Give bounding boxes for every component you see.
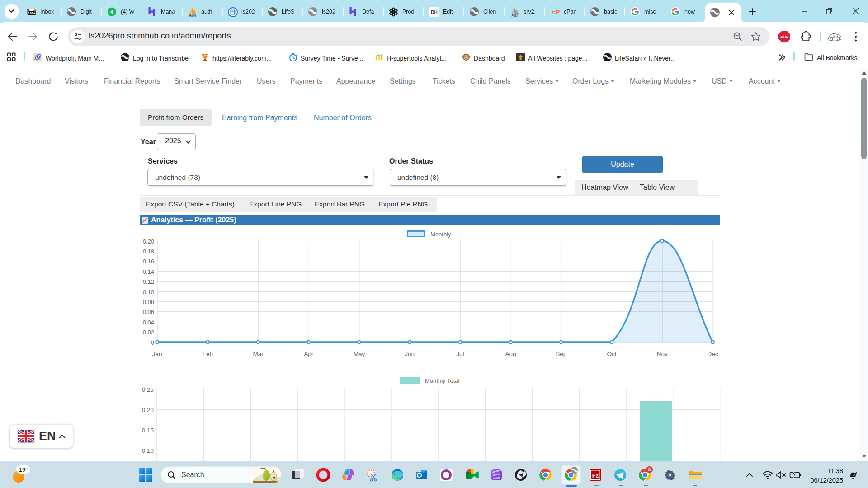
svg-text:Mar: Mar bbox=[253, 351, 264, 357]
svg-text:0.25: 0.25 bbox=[142, 386, 154, 393]
svg-text:0.04: 0.04 bbox=[143, 319, 154, 326]
svg-text:Feb: Feb bbox=[203, 351, 213, 357]
svg-text:DH: DH bbox=[431, 10, 437, 15]
svg-text:Jan: Jan bbox=[152, 351, 162, 357]
svg-text:19°: 19° bbox=[19, 467, 28, 473]
svg-text:0.02: 0.02 bbox=[143, 329, 154, 336]
svg-text:z: z bbox=[854, 473, 855, 476]
svg-text:Apr: Apr bbox=[304, 351, 314, 357]
svg-text:100+: 100+ bbox=[28, 11, 35, 15]
svg-text:cP: cP bbox=[552, 9, 560, 16]
svg-text:0.18: 0.18 bbox=[143, 248, 154, 255]
svg-text:Aug: Aug bbox=[505, 351, 516, 357]
svg-text:May: May bbox=[354, 351, 365, 357]
svg-text:0.20: 0.20 bbox=[142, 407, 154, 413]
svg-text:0.15: 0.15 bbox=[142, 427, 154, 434]
svg-text:Jun: Jun bbox=[405, 351, 415, 357]
svg-text:Oct: Oct bbox=[607, 351, 616, 357]
svg-text:PMA: PMA bbox=[189, 14, 196, 17]
svg-text:0.20: 0.20 bbox=[143, 238, 154, 245]
svg-text:0: 0 bbox=[151, 339, 154, 346]
svg-text:0.10: 0.10 bbox=[143, 289, 154, 296]
svg-text:4: 4 bbox=[110, 9, 113, 14]
svg-text:Fz: Fz bbox=[592, 472, 599, 479]
svg-text:Sep: Sep bbox=[556, 351, 566, 357]
svg-text:0.14: 0.14 bbox=[143, 268, 154, 275]
svg-text:PMA: PMA bbox=[511, 14, 518, 17]
svg-text:0.06: 0.06 bbox=[143, 309, 154, 315]
svg-text:ABP: ABP bbox=[780, 35, 788, 39]
svg-text:0.08: 0.08 bbox=[143, 299, 154, 305]
svg-text:0.12: 0.12 bbox=[143, 278, 154, 285]
svg-text:0.10: 0.10 bbox=[142, 447, 154, 454]
svg-text:0.16: 0.16 bbox=[143, 258, 154, 265]
svg-text:z: z bbox=[856, 471, 857, 474]
svg-text:Dec: Dec bbox=[707, 351, 718, 357]
svg-text:Nov: Nov bbox=[657, 351, 668, 357]
svg-text:Jul: Jul bbox=[456, 351, 464, 357]
